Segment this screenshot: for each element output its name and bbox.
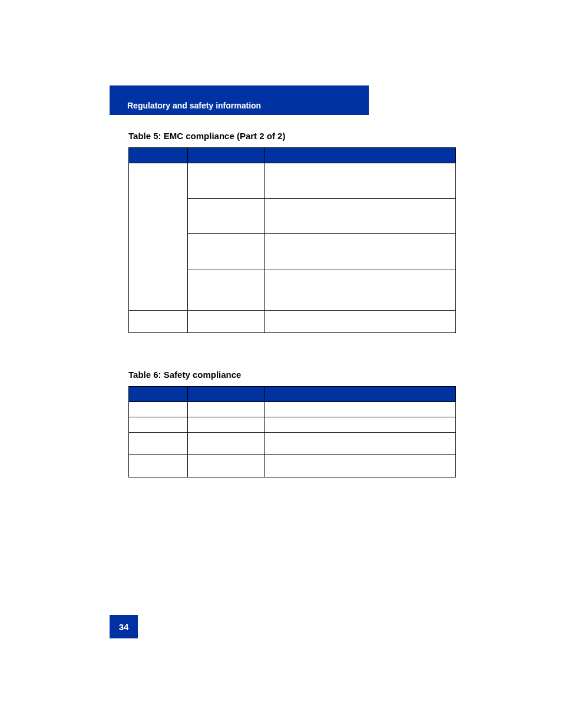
table-cell bbox=[188, 433, 265, 455]
table-cell bbox=[265, 199, 456, 234]
table-6-header-1 bbox=[129, 387, 188, 402]
table-cell bbox=[265, 234, 456, 269]
table-row bbox=[129, 417, 456, 433]
table-cell bbox=[129, 402, 188, 417]
table-6-safety-compliance bbox=[128, 386, 456, 477]
table-6-caption: Table 6: Safety compliance bbox=[128, 370, 241, 380]
section-header-bar: Regulatory and safety information bbox=[110, 85, 369, 115]
table-cell bbox=[265, 311, 456, 333]
table-cell bbox=[265, 163, 456, 199]
table-row bbox=[129, 433, 456, 455]
table-cell bbox=[265, 269, 456, 311]
table-5-header-1 bbox=[129, 148, 188, 163]
table-header-row bbox=[129, 148, 456, 163]
table-6-header-2 bbox=[188, 387, 265, 402]
table-cell bbox=[188, 402, 265, 417]
table-row bbox=[129, 402, 456, 417]
table-cell bbox=[188, 199, 265, 234]
table-cell bbox=[188, 455, 265, 477]
table-cell bbox=[265, 402, 456, 417]
table-cell bbox=[129, 311, 188, 333]
table-5-caption: Table 5: EMC compliance (Part 2 of 2) bbox=[128, 131, 285, 141]
table-cell bbox=[188, 417, 265, 433]
table-5-emc-compliance bbox=[128, 147, 456, 333]
table-cell bbox=[265, 455, 456, 477]
table-6-header-3 bbox=[265, 387, 456, 402]
table-cell bbox=[188, 311, 265, 333]
section-header-text: Regulatory and safety information bbox=[127, 101, 261, 110]
table-cell bbox=[188, 234, 265, 269]
table-row bbox=[129, 455, 456, 477]
table-cell bbox=[129, 163, 188, 311]
table-row bbox=[129, 163, 456, 199]
table-cell bbox=[265, 417, 456, 433]
table-row bbox=[129, 311, 456, 333]
table-5-header-2 bbox=[188, 148, 265, 163]
table-cell bbox=[265, 433, 456, 455]
page-number: 34 bbox=[119, 622, 129, 632]
table-cell bbox=[129, 417, 188, 433]
table-cell bbox=[129, 455, 188, 477]
table-cell bbox=[188, 163, 265, 199]
table-5-header-3 bbox=[265, 148, 456, 163]
page-number-box: 34 bbox=[110, 615, 138, 638]
table-header-row bbox=[129, 387, 456, 402]
table-cell bbox=[129, 433, 188, 455]
table-cell bbox=[188, 269, 265, 311]
document-page: Regulatory and safety information Table … bbox=[0, 0, 562, 728]
